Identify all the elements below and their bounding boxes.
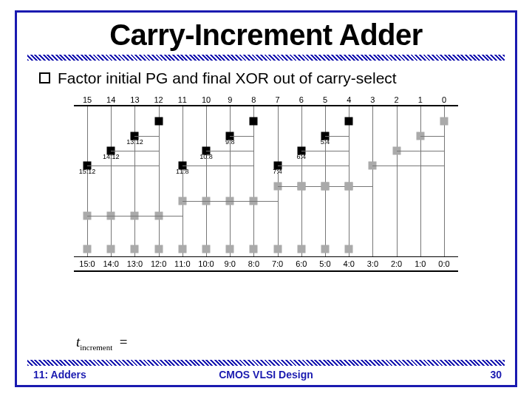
node-label: 9:8 — [225, 138, 235, 146]
prefix-tree-diagram: 1515:01414:01313:01212:01111:01010:099:0… — [74, 98, 458, 282]
formula: tincrement = — [76, 334, 127, 352]
range-label-bottom: 9:0 — [225, 259, 236, 268]
node-label: 13:12 — [126, 138, 143, 146]
pg-node — [345, 117, 353, 126]
range-label-bottom: 1:0 — [415, 259, 426, 268]
inc-node — [297, 183, 305, 191]
grid-vline — [206, 106, 207, 256]
wire — [420, 136, 444, 137]
bit-label-top: 12 — [154, 95, 163, 104]
wire — [230, 136, 253, 137]
bit-label-top: 8 — [251, 95, 256, 104]
range-label-bottom: 14:0 — [103, 259, 118, 268]
node-label: 5:4 — [321, 138, 330, 146]
grid-vline — [230, 106, 231, 256]
title-divider — [27, 55, 505, 61]
wire — [325, 136, 349, 137]
grid-vline — [325, 106, 326, 256]
footer-center: CMOS VLSI Design — [17, 369, 515, 381]
grid-vline — [349, 106, 349, 256]
wire — [87, 216, 183, 216]
slide-title: Carry-Increment Adder — [17, 13, 515, 55]
bit-label-top: 4 — [347, 95, 351, 104]
grid-vline — [134, 106, 135, 256]
bit-label-top: 5 — [323, 95, 327, 104]
out-node — [83, 245, 92, 253]
out-node — [154, 245, 163, 253]
bit-label-top: 0 — [442, 95, 446, 104]
pg-node — [154, 117, 163, 126]
range-label-bottom: 2:0 — [391, 259, 402, 268]
grid-vline — [372, 106, 373, 256]
footer-row: 11: Adders CMOS VLSI Design 30 — [17, 369, 515, 385]
formula-sub: increment — [80, 343, 112, 352]
grid-vline — [444, 106, 445, 256]
range-label-bottom: 3:0 — [367, 259, 378, 268]
bit-label-top: 3 — [370, 95, 375, 104]
bit-label-top: 9 — [228, 95, 232, 104]
wire — [183, 166, 254, 166]
bit-label-top: 10 — [202, 95, 211, 104]
wire — [301, 151, 349, 151]
bit-label-top: 14 — [106, 95, 115, 104]
out-node — [202, 245, 211, 253]
range-label-bottom: 0:0 — [438, 259, 449, 268]
node-label: 6:4 — [297, 153, 307, 160]
range-label-bottom: 5:0 — [319, 259, 330, 268]
node-label: 10:8 — [200, 153, 213, 160]
range-label-bottom: 11:0 — [174, 259, 190, 268]
grid-vline — [111, 106, 112, 256]
diagram-container: 1515:01414:01313:01212:01111:01010:099:0… — [17, 98, 515, 282]
wire — [111, 151, 158, 151]
wire — [134, 136, 158, 137]
wire — [183, 201, 278, 202]
wire — [206, 151, 253, 151]
bit-label-top: 13 — [130, 95, 139, 104]
grid-vline — [397, 106, 398, 256]
out-node — [226, 245, 234, 253]
range-label-bottom: 6:0 — [296, 259, 307, 268]
wire — [397, 151, 444, 151]
range-label-bottom: 15:0 — [79, 259, 95, 268]
grid-vline — [278, 106, 279, 256]
node-label: 15:12 — [79, 168, 96, 175]
out-node — [321, 245, 330, 253]
bit-label-top: 2 — [395, 95, 399, 104]
grid-vline — [159, 106, 160, 256]
wire — [278, 166, 349, 166]
g-node — [440, 117, 449, 126]
inc-node — [345, 183, 353, 191]
range-label-bottom: 7:0 — [272, 259, 283, 268]
range-label-bottom: 13:0 — [127, 259, 143, 268]
bullet-item: Factor initial PG and final XOR out of c… — [17, 68, 515, 98]
inc-node — [321, 183, 330, 191]
bot-rule-upper — [74, 256, 458, 257]
wire — [87, 166, 159, 166]
range-label-bottom: 12:0 — [151, 259, 166, 268]
grid-vline — [87, 106, 88, 256]
formula-eq: = — [120, 334, 128, 349]
slide-frame: Carry-Increment Adder Factor initial PG … — [15, 10, 517, 387]
grid-vline — [301, 106, 302, 256]
bullet-box-icon — [39, 72, 50, 83]
bot-rule — [74, 270, 458, 272]
out-node — [297, 245, 305, 253]
range-label-bottom: 10:0 — [198, 259, 214, 268]
range-label-bottom: 4:0 — [344, 259, 355, 268]
top-rule — [74, 105, 458, 106]
wire — [372, 166, 444, 166]
grid-vline — [420, 106, 421, 256]
out-node — [273, 245, 282, 253]
grid-vline — [253, 106, 254, 256]
range-label-bottom: 8:0 — [248, 259, 259, 268]
grid-vline — [183, 106, 183, 256]
out-node — [250, 245, 258, 253]
node-label: 11:8 — [176, 168, 189, 175]
footer-divider — [27, 360, 505, 366]
bit-label-top: 15 — [83, 95, 92, 104]
out-node — [345, 245, 353, 253]
out-node — [131, 245, 139, 253]
node-label: 14:12 — [103, 153, 120, 160]
bit-label-top: 11 — [178, 95, 187, 104]
bit-label-top: 6 — [299, 95, 304, 104]
